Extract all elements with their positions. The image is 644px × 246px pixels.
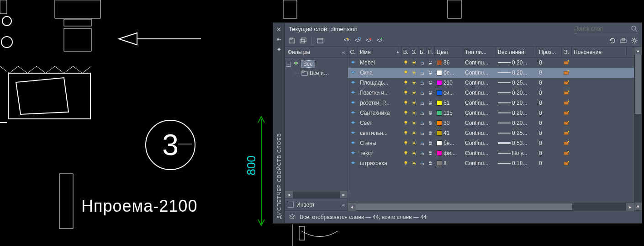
delete-layer-button[interactable] (364, 36, 373, 45)
tree-node-all[interactable]: − Все (286, 59, 347, 69)
search-icon[interactable] (631, 25, 638, 33)
scroll-thumb[interactable] (635, 54, 641, 114)
new-property-filter-button[interactable] (288, 36, 297, 45)
layer-freeze-toggle[interactable] (410, 160, 418, 166)
layer-row[interactable]: Сантехника115Continu...0.20...0 (348, 108, 634, 118)
layer-freeze-toggle[interactable] (410, 150, 418, 156)
layer-lineweight[interactable]: По у... (496, 150, 537, 156)
layer-name[interactable]: Сантехника (358, 110, 402, 116)
scroll-right-icon[interactable]: ► (340, 191, 348, 199)
layer-new-vp-icon[interactable] (562, 100, 572, 106)
layer-row[interactable]: Свет30Continu...0.20...0 (348, 118, 634, 128)
new-layer-button[interactable] (342, 36, 351, 45)
layer-name[interactable]: Mebel (358, 59, 402, 66)
layer-color[interactable]: 210 (435, 80, 463, 86)
layer-linetype[interactable]: Continu... (463, 130, 496, 136)
layer-plot-toggle[interactable] (427, 110, 435, 116)
layer-freeze-toggle[interactable] (410, 110, 418, 116)
layer-linetype[interactable]: Continu... (463, 150, 496, 156)
layer-freeze-toggle[interactable] (410, 80, 418, 86)
layer-lineweight[interactable]: 0.25... (496, 130, 537, 136)
layer-lineweight[interactable]: 0.20... (496, 110, 537, 116)
layer-color[interactable]: 41 (435, 130, 463, 136)
layer-new-vp-icon[interactable] (562, 60, 572, 65)
layer-plot-toggle[interactable] (427, 80, 435, 86)
layer-name[interactable]: Окна (358, 70, 402, 76)
layer-lineweight[interactable]: 0.20... (496, 70, 537, 76)
layer-on-toggle[interactable] (402, 70, 410, 76)
layer-lineweight[interactable]: 0.53... (496, 140, 537, 146)
layer-linetype[interactable]: Continu... (463, 120, 496, 126)
layer-freeze-toggle[interactable] (410, 90, 418, 96)
layer-lineweight[interactable]: 0.20... (496, 120, 537, 126)
layer-lock-toggle[interactable] (418, 150, 427, 156)
col-plotstyle[interactable]: З. (562, 47, 572, 57)
invert-filter-row[interactable]: Инверт « (285, 198, 348, 210)
refresh-button[interactable] (608, 36, 617, 45)
layer-lineweight[interactable]: 0.18... (496, 160, 537, 166)
set-current-layer-button[interactable] (375, 36, 384, 45)
layer-plot-toggle[interactable] (427, 60, 435, 65)
layer-lineweight[interactable]: 0.20... (496, 90, 537, 96)
col-name[interactable]: Имя▲ (358, 47, 402, 57)
layer-lineweight[interactable]: 0.20... (496, 100, 537, 106)
layer-lock-toggle[interactable] (418, 90, 427, 96)
filters-h-scrollbar[interactable]: ◄ ► (285, 191, 348, 198)
new-group-filter-button[interactable] (299, 36, 308, 45)
layer-plot-toggle[interactable] (427, 150, 435, 156)
layer-color[interactable]: си... (435, 90, 463, 96)
layer-plot-toggle[interactable] (427, 140, 435, 146)
layer-lock-toggle[interactable] (418, 160, 427, 166)
layer-color[interactable]: 30 (435, 120, 463, 126)
layer-linetype[interactable]: Continu... (463, 110, 496, 116)
layer-transparency[interactable]: 0 (537, 120, 562, 126)
layer-transparency[interactable]: 0 (537, 59, 562, 66)
collapse-invert-icon[interactable]: « (342, 202, 345, 208)
layer-on-toggle[interactable] (402, 110, 410, 116)
layer-plot-toggle[interactable] (427, 160, 435, 166)
layer-row[interactable]: Mebel36Continu...0.20...0 (348, 58, 634, 68)
layer-name[interactable]: Розетки и... (358, 90, 402, 96)
layer-row[interactable]: Розетки и...си...Continu...0.20...0 (348, 88, 634, 98)
layer-linetype[interactable]: Continu... (463, 59, 496, 66)
scroll-track[interactable] (634, 54, 642, 203)
layer-states-button[interactable] (316, 36, 325, 45)
layer-transparency[interactable]: 0 (537, 70, 562, 76)
layer-row[interactable]: Окнабе...Continu...0.20...0 (348, 68, 634, 78)
scroll-left-icon[interactable]: ◄ (348, 203, 356, 211)
layer-row[interactable]: розетки_Р...51Continu...0.20...0 (348, 98, 634, 108)
filters-tree[interactable]: − Все ⋯ Все и… (285, 58, 348, 191)
layer-on-toggle[interactable] (402, 120, 410, 126)
pin-icon[interactable]: ⇤ (275, 36, 283, 43)
layer-plot-toggle[interactable] (427, 70, 435, 75)
layer-linetype[interactable]: Continu... (463, 90, 496, 96)
scroll-right-icon[interactable]: ► (626, 203, 634, 211)
layer-plot-toggle[interactable] (427, 130, 435, 136)
layer-freeze-toggle[interactable] (410, 130, 418, 136)
layer-lineweight[interactable]: 0.25... (496, 80, 537, 86)
col-freeze[interactable]: З. (410, 47, 418, 57)
col-on[interactable]: В. (402, 47, 410, 57)
layer-plot-toggle[interactable] (427, 90, 435, 96)
layer-plot-toggle[interactable] (427, 120, 435, 126)
col-transparency[interactable]: Проз... (537, 47, 562, 57)
layer-freeze-toggle[interactable] (410, 100, 418, 106)
layer-color[interactable]: 115 (435, 110, 463, 116)
layer-lock-toggle[interactable] (418, 120, 427, 126)
scroll-left-icon[interactable]: ◄ (285, 191, 293, 199)
search-layer-box[interactable] (574, 24, 638, 33)
layer-on-toggle[interactable] (402, 130, 410, 136)
layer-lock-toggle[interactable] (418, 60, 427, 65)
layer-new-vp-icon[interactable] (562, 120, 572, 126)
layer-transparency[interactable]: 0 (537, 140, 562, 146)
layer-freeze-toggle[interactable] (410, 70, 418, 76)
col-linetype[interactable]: Тип ли... (463, 47, 496, 57)
layer-transparency[interactable]: 0 (537, 80, 562, 86)
layer-new-vp-icon[interactable] (562, 90, 572, 96)
settings-button[interactable] (630, 36, 639, 45)
layer-freeze-toggle[interactable] (410, 140, 418, 146)
invert-checkbox[interactable] (288, 202, 294, 208)
tree-node-all-used[interactable]: ⋯ Все и… (286, 69, 347, 78)
layer-freeze-toggle[interactable] (410, 59, 418, 66)
scroll-thumb[interactable] (356, 203, 572, 210)
